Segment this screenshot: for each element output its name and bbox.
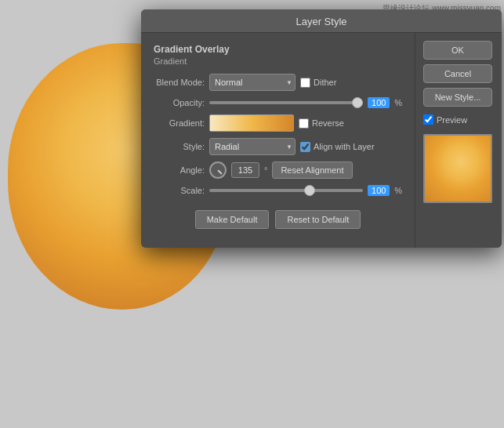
scale-unit: %: [394, 186, 402, 195]
dialog-title: Layer Style: [296, 16, 346, 27]
angle-label: Angle:: [154, 165, 205, 175]
style-dropdown-wrapper: Linear Radial Angle Reflected Diamond: [209, 138, 296, 155]
ok-button[interactable]: OK: [423, 41, 492, 60]
angle-input[interactable]: [231, 162, 259, 178]
preview-label: Preview: [437, 115, 467, 125]
dialog-titlebar: Layer Style: [141, 9, 502, 33]
opacity-row: Opacity: 100 %: [154, 97, 402, 108]
reverse-checkbox[interactable]: [299, 118, 309, 129]
cancel-button[interactable]: Cancel: [423, 64, 492, 83]
new-style-button[interactable]: New Style...: [423, 88, 492, 107]
opacity-value: 100: [368, 97, 390, 108]
scale-value: 100: [368, 185, 390, 196]
scale-slider[interactable]: [209, 189, 363, 192]
opacity-slider-wrapper: [209, 101, 363, 104]
bottom-buttons: Make Default Reset to Default: [154, 202, 402, 238]
angle-dial[interactable]: [209, 161, 227, 179]
blend-mode-label: Blend Mode:: [154, 78, 205, 87]
angle-row: Angle: ° Reset Alignment: [154, 161, 402, 179]
dialog-main: Gradient Overlay Gradient Blend Mode: No…: [141, 33, 415, 248]
preview-checkbox[interactable]: [423, 114, 433, 125]
opacity-unit: %: [394, 98, 402, 107]
reverse-label: Reverse: [312, 118, 344, 128]
style-row: Style: Linear Radial Angle Reflected Dia…: [154, 138, 402, 155]
gradient-swatch[interactable]: [209, 114, 294, 132]
reverse-checkbox-item: Reverse: [299, 118, 344, 129]
dither-label: Dither: [314, 78, 336, 87]
gradient-row: Gradient: Reverse: [154, 114, 402, 132]
reset-alignment-button[interactable]: Reset Alignment: [272, 161, 352, 179]
preview-row: Preview: [423, 114, 494, 125]
preview-thumbnail: [423, 134, 492, 203]
blend-mode-dropdown-wrapper: Normal Dissolve Multiply Screen Overlay: [209, 74, 296, 91]
dialog-sidebar: OK Cancel New Style... Preview: [415, 33, 502, 248]
make-default-button[interactable]: Make Default: [195, 210, 270, 229]
style-label: Style:: [154, 142, 205, 151]
opacity-slider[interactable]: [209, 101, 363, 104]
layer-style-dialog: Layer Style Gradient Overlay Gradient Bl…: [141, 9, 502, 248]
scale-slider-wrapper: [209, 189, 363, 192]
opacity-label: Opacity:: [154, 98, 205, 107]
section-title: Gradient Overlay: [154, 44, 402, 55]
style-dropdown[interactable]: Linear Radial Angle Reflected Diamond: [209, 138, 296, 155]
dither-checkbox[interactable]: [300, 78, 310, 88]
align-layer-label: Align with Layer: [314, 142, 375, 151]
align-layer-checkbox[interactable]: [300, 142, 310, 152]
section-subtitle: Gradient: [154, 56, 402, 66]
angle-unit: °: [264, 165, 267, 175]
reset-to-default-button[interactable]: Reset to Default: [275, 210, 361, 229]
dither-checkbox-item: Dither: [300, 78, 336, 88]
scale-label: Scale:: [154, 186, 205, 195]
gradient-label: Gradient:: [154, 118, 205, 128]
scale-row: Scale: 100 %: [154, 185, 402, 196]
blend-mode-dropdown[interactable]: Normal Dissolve Multiply Screen Overlay: [209, 74, 296, 91]
align-layer-checkbox-item: Align with Layer: [300, 142, 375, 152]
blend-mode-row: Blend Mode: Normal Dissolve Multiply Scr…: [154, 74, 402, 91]
